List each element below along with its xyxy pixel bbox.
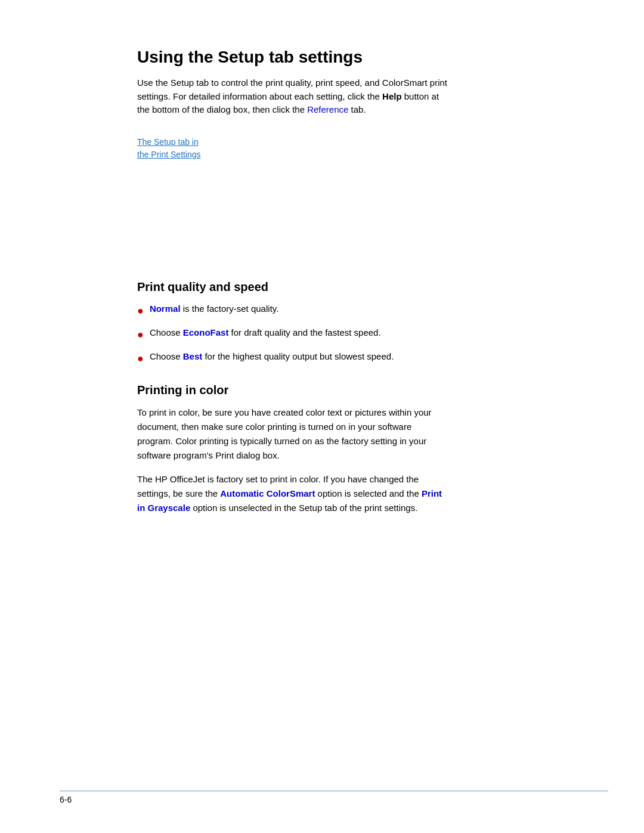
automatic-colorsmart-link[interactable]: Automatic ColorSmart: [220, 488, 315, 498]
best-bold: Best: [183, 351, 203, 361]
bullet-item-econofast: ● Choose EconoFast for draft quality and…: [137, 326, 584, 343]
page-title: Using the Setup tab settings: [137, 48, 584, 67]
bullet-dot-2: ●: [137, 327, 144, 343]
color-paragraph-1: To print in color, be sure you have crea…: [137, 405, 447, 463]
bullet-econofast-text: Choose EconoFast for draft quality and t…: [150, 326, 381, 340]
bullet-item-best: ● Choose Best for the highest quality ou…: [137, 350, 584, 367]
intro-text-end: tab.: [348, 104, 366, 114]
section-heading-quality: Print quality and speed: [137, 280, 584, 294]
footer-divider: [60, 791, 608, 791]
setup-tab-sidebar-link[interactable]: The Setup tab in the Print Settings: [137, 136, 584, 161]
bullet-dot-3: ●: [137, 351, 144, 367]
help-bold: Help: [382, 91, 402, 101]
bullet-item-normal: ● Normal is the factory-set quality.: [137, 302, 584, 319]
color-paragraph-2: The HP OfficeJet is factory set to print…: [137, 472, 447, 515]
quality-bullet-list: ● Normal is the factory-set quality. ● C…: [137, 302, 584, 367]
bullet-normal-text: Normal is the factory-set quality.: [150, 302, 278, 316]
section-heading-color: Printing in color: [137, 383, 584, 397]
reference-link[interactable]: Reference: [307, 104, 348, 114]
sidebar-link-line1: The Setup tab in: [137, 137, 199, 147]
econofast-bold: EconoFast: [183, 327, 229, 337]
normal-bold: Normal: [150, 304, 181, 314]
page-number: 6-6: [60, 795, 72, 804]
sidebar-link-line2: the Print Settings: [137, 150, 201, 159]
bullet-dot-1: ●: [137, 303, 144, 319]
intro-paragraph: Use the Setup tab to control the print q…: [137, 76, 447, 117]
bullet-best-text: Choose Best for the highest quality outp…: [150, 350, 394, 364]
page-container: Using the Setup tab settings Use the Set…: [0, 0, 644, 833]
